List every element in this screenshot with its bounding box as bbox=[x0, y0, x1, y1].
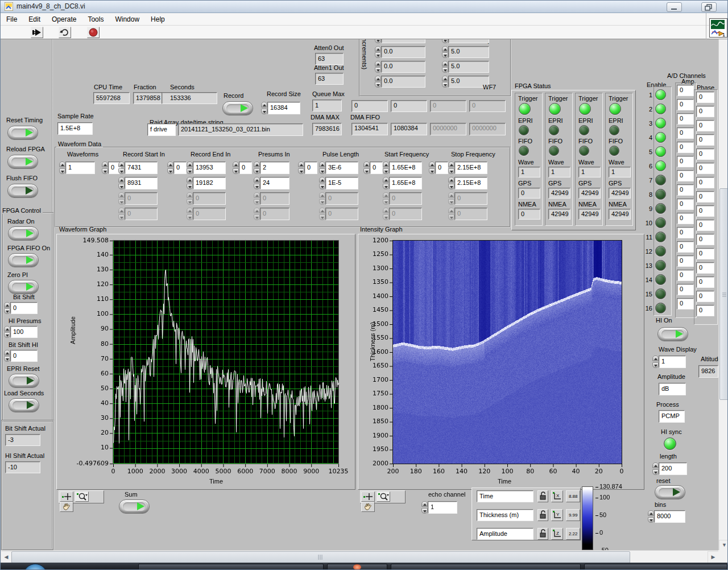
switch-button[interactable] bbox=[7, 126, 38, 140]
index-spinner[interactable] bbox=[298, 162, 304, 174]
taskbar-item[interactable] bbox=[584, 564, 727, 570]
amp-input[interactable]: 0 bbox=[677, 241, 694, 253]
enable-led[interactable] bbox=[655, 104, 666, 114]
value-input[interactable]: 1E-5 bbox=[325, 177, 358, 189]
value-input[interactable]: 0 bbox=[325, 208, 358, 220]
menu-item[interactable]: Tools bbox=[82, 13, 109, 26]
value-input[interactable]: 0 bbox=[193, 208, 226, 220]
wave-display-input[interactable]: 1 bbox=[659, 356, 686, 368]
amp-input[interactable]: 0 bbox=[677, 284, 694, 295]
increment-value[interactable]: 0.0 bbox=[381, 46, 425, 58]
increment-value[interactable]: 0.0 bbox=[381, 61, 425, 73]
waveform-graph-canvas[interactable] bbox=[56, 234, 354, 489]
increment-decrement[interactable] bbox=[375, 46, 381, 58]
index-spinner[interactable] bbox=[429, 162, 435, 174]
increment-decrement[interactable] bbox=[375, 61, 381, 73]
axis-lock-button[interactable] bbox=[537, 528, 548, 540]
minimize-button[interactable] bbox=[667, 2, 682, 12]
switch-button[interactable] bbox=[8, 280, 39, 294]
length-spinner[interactable] bbox=[652, 462, 659, 475]
amp-input[interactable]: 0 bbox=[677, 170, 694, 181]
value-input[interactable]: 0 bbox=[193, 192, 226, 205]
run-button[interactable] bbox=[31, 27, 43, 38]
increment-value[interactable]: 0.0 bbox=[381, 76, 425, 88]
raid-drive-input[interactable]: f drive bbox=[147, 123, 176, 136]
value-input[interactable]: 0 bbox=[389, 208, 422, 220]
amp-input[interactable]: 0 bbox=[677, 199, 694, 210]
phase-input[interactable]: 0 bbox=[696, 220, 714, 231]
enable-led[interactable] bbox=[655, 175, 666, 185]
epri-reset-button[interactable] bbox=[9, 374, 39, 388]
amp-input[interactable]: 0 bbox=[677, 184, 694, 196]
enable-led[interactable] bbox=[655, 232, 666, 242]
increment-decrement[interactable] bbox=[187, 192, 193, 205]
axis-name-input[interactable]: Time bbox=[477, 490, 533, 502]
horizontal-scrollbar[interactable]: ◀ ▶ bbox=[1, 550, 718, 563]
bit-shift-hi-spinner[interactable] bbox=[4, 350, 10, 362]
load-seconds-button[interactable] bbox=[9, 398, 39, 412]
index-input[interactable]: 0 bbox=[435, 162, 448, 174]
waveforms-spinner[interactable] bbox=[59, 162, 65, 174]
axis-format-button[interactable]: 2.22 bbox=[566, 528, 580, 540]
hi-on-button[interactable] bbox=[657, 327, 688, 341]
value-input[interactable]: 13953 bbox=[193, 162, 226, 174]
increment-decrement[interactable] bbox=[319, 177, 325, 189]
value-input[interactable]: 0 bbox=[325, 192, 358, 205]
increment-decrement[interactable] bbox=[187, 208, 193, 220]
axis-name-input[interactable]: Amplitude bbox=[477, 528, 533, 540]
value-input[interactable]: 1.65E+8 bbox=[389, 162, 422, 174]
increment-decrement[interactable] bbox=[254, 162, 260, 174]
record-button[interactable] bbox=[222, 101, 253, 115]
index-input[interactable]: 0 bbox=[173, 162, 187, 174]
increment-value[interactable]: 5.0 bbox=[448, 39, 489, 43]
switch-button[interactable] bbox=[7, 155, 38, 169]
vi-icon[interactable]: 1 bbox=[709, 18, 727, 38]
menu-item[interactable]: File bbox=[1, 13, 23, 26]
horizontal-scrollbar-right-button[interactable]: ▶ bbox=[708, 551, 719, 564]
phase-input[interactable]: 0 bbox=[696, 92, 714, 103]
phase-input[interactable]: 0 bbox=[696, 120, 714, 131]
phase-input[interactable]: 0 bbox=[696, 305, 714, 316]
index-spinner[interactable] bbox=[102, 162, 108, 174]
value-input[interactable]: 0 bbox=[125, 208, 158, 220]
phase-input[interactable]: 0 bbox=[696, 262, 714, 274]
amp-input[interactable]: 0 bbox=[677, 298, 694, 309]
increment-value[interactable]: 5.0 bbox=[448, 46, 489, 58]
zoom-tool-button[interactable] bbox=[75, 491, 89, 502]
phase-input[interactable]: 0 bbox=[696, 148, 714, 160]
phase-input[interactable]: 0 bbox=[696, 276, 714, 288]
vertical-scrollbar-down-button[interactable]: ▼ bbox=[719, 540, 728, 551]
value-input[interactable]: 0 bbox=[454, 192, 487, 205]
switch-button[interactable] bbox=[8, 226, 39, 241]
increment-decrement[interactable] bbox=[442, 46, 448, 58]
value-input[interactable]: 1.65E+8 bbox=[389, 177, 422, 189]
index-spinner[interactable] bbox=[233, 162, 239, 174]
axis-format-button[interactable]: 9.99 bbox=[566, 509, 580, 521]
enable-led[interactable] bbox=[655, 118, 666, 129]
taskbar-item[interactable] bbox=[391, 564, 581, 570]
index-input[interactable]: 0 bbox=[370, 162, 383, 174]
amp-input[interactable]: 0 bbox=[677, 213, 694, 224]
enable-led[interactable] bbox=[655, 132, 666, 143]
cursor-tool-button[interactable] bbox=[60, 491, 73, 502]
phase-input[interactable]: 0 bbox=[696, 177, 714, 188]
amp-input[interactable]: 0 bbox=[677, 156, 694, 167]
record-size-spinner[interactable] bbox=[261, 102, 267, 114]
value-input[interactable]: 2 bbox=[260, 162, 289, 174]
enable-led[interactable] bbox=[655, 303, 666, 313]
menu-item[interactable]: Operate bbox=[46, 13, 82, 26]
length-input[interactable]: 200 bbox=[659, 462, 687, 475]
enable-led[interactable] bbox=[655, 288, 666, 299]
enable-led[interactable] bbox=[655, 274, 666, 285]
intensity-graph-canvas[interactable] bbox=[358, 234, 643, 489]
axis-autoscale-button[interactable]: Z bbox=[551, 528, 563, 540]
index-input[interactable]: 0 bbox=[239, 162, 252, 174]
value-input[interactable]: 0 bbox=[260, 192, 289, 205]
enable-led[interactable] bbox=[655, 160, 666, 171]
increment-decrement[interactable] bbox=[442, 61, 448, 73]
echo-channel-spinner[interactable] bbox=[421, 501, 428, 514]
reset-button[interactable] bbox=[655, 485, 685, 499]
restore-button[interactable] bbox=[701, 2, 717, 12]
bit-shift-spinner[interactable] bbox=[4, 302, 10, 314]
increment-decrement[interactable] bbox=[383, 162, 389, 174]
